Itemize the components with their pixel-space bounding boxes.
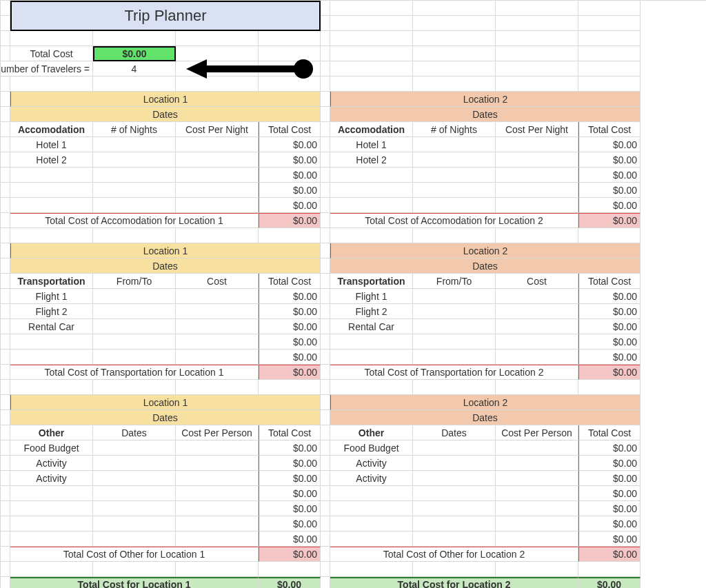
cell[interactable] [1, 46, 10, 61]
cell[interactable] [176, 61, 259, 77]
cell[interactable] [330, 77, 413, 92]
cell[interactable] [413, 46, 496, 61]
cell[interactable] [578, 1, 641, 16]
cell[interactable] [1, 168, 10, 183]
cell[interactable] [321, 380, 330, 395]
item-rate[interactable] [176, 137, 259, 152]
item-rate[interactable] [496, 183, 578, 198]
cell[interactable] [330, 1, 413, 16]
item-name[interactable]: Hotel 1 [330, 137, 413, 152]
item-name[interactable] [330, 486, 413, 501]
cell[interactable] [321, 46, 330, 61]
cell[interactable] [259, 228, 321, 243]
cell[interactable] [578, 61, 641, 77]
item-rate[interactable] [176, 531, 259, 547]
cell[interactable] [321, 168, 330, 183]
cell[interactable] [578, 16, 641, 31]
cell[interactable] [1, 137, 10, 152]
cell[interactable] [1, 471, 10, 486]
cell[interactable] [1, 243, 10, 258]
cell[interactable] [321, 471, 330, 486]
item-name[interactable] [330, 334, 413, 349]
item-rate[interactable] [176, 516, 259, 531]
cell[interactable] [259, 380, 321, 395]
item-rate[interactable] [496, 168, 578, 183]
item-rate[interactable] [176, 319, 259, 334]
item-qty[interactable] [413, 319, 496, 334]
cell[interactable] [1, 77, 10, 92]
cell[interactable] [496, 46, 578, 61]
cell[interactable] [1, 228, 10, 243]
item-qty[interactable] [93, 319, 176, 334]
cell[interactable] [176, 77, 259, 92]
cell[interactable] [176, 228, 259, 243]
item-qty[interactable] [93, 440, 176, 456]
item-name[interactable]: Activity [10, 471, 93, 486]
cell[interactable] [413, 77, 496, 92]
item-qty[interactable] [93, 137, 176, 152]
cell[interactable] [1, 122, 10, 137]
cell[interactable] [1, 213, 10, 228]
item-name[interactable]: Hotel 2 [330, 152, 413, 168]
item-rate[interactable] [176, 334, 259, 349]
cell[interactable] [1, 304, 10, 319]
item-qty[interactable] [93, 168, 176, 183]
cell[interactable] [496, 31, 578, 46]
cell[interactable] [321, 334, 330, 349]
item-name[interactable]: Rental Car [10, 319, 93, 334]
cell[interactable] [1, 31, 10, 46]
cell[interactable] [93, 562, 176, 577]
item-rate[interactable] [176, 471, 259, 486]
item-name[interactable]: Hotel 1 [10, 137, 93, 152]
item-name[interactable] [330, 516, 413, 531]
cell[interactable] [1, 516, 10, 531]
item-name[interactable]: Activity [10, 456, 93, 471]
item-rate[interactable] [496, 486, 578, 501]
item-name[interactable]: Activity [330, 456, 413, 471]
item-rate[interactable] [176, 486, 259, 501]
item-rate[interactable] [496, 531, 578, 547]
item-qty[interactable] [413, 471, 496, 486]
item-rate[interactable] [496, 152, 578, 168]
cell[interactable] [321, 107, 330, 122]
item-name[interactable] [10, 516, 93, 531]
cell[interactable] [321, 77, 330, 92]
item-qty[interactable] [413, 486, 496, 501]
item-qty[interactable] [413, 152, 496, 168]
cell[interactable] [321, 183, 330, 198]
item-name[interactable] [10, 349, 93, 365]
item-rate[interactable] [496, 516, 578, 531]
cell[interactable] [321, 501, 330, 516]
item-qty[interactable] [413, 531, 496, 547]
cell[interactable] [1, 183, 10, 198]
item-name[interactable] [10, 486, 93, 501]
cell[interactable] [1, 501, 10, 516]
item-qty[interactable] [413, 198, 496, 213]
item-name[interactable] [330, 531, 413, 547]
cell[interactable] [1, 395, 10, 410]
cell[interactable] [321, 228, 330, 243]
cell[interactable] [1, 334, 10, 349]
item-qty[interactable] [93, 349, 176, 365]
cell[interactable] [1, 152, 10, 168]
cell[interactable] [259, 61, 321, 77]
item-name[interactable] [10, 501, 93, 516]
cell[interactable] [578, 562, 641, 577]
item-rate[interactable] [176, 501, 259, 516]
cell[interactable] [1, 107, 10, 122]
cell[interactable] [176, 380, 259, 395]
item-qty[interactable] [413, 168, 496, 183]
item-rate[interactable] [496, 289, 578, 304]
item-rate[interactable] [496, 137, 578, 152]
cell[interactable] [330, 228, 413, 243]
item-rate[interactable] [496, 334, 578, 349]
cell[interactable] [321, 213, 330, 228]
item-name[interactable] [10, 198, 93, 213]
cell[interactable] [413, 228, 496, 243]
cell[interactable] [1, 198, 10, 213]
item-name[interactable] [330, 501, 413, 516]
cell[interactable] [321, 562, 330, 577]
cell[interactable] [321, 440, 330, 456]
item-rate[interactable] [496, 319, 578, 334]
item-qty[interactable] [413, 137, 496, 152]
